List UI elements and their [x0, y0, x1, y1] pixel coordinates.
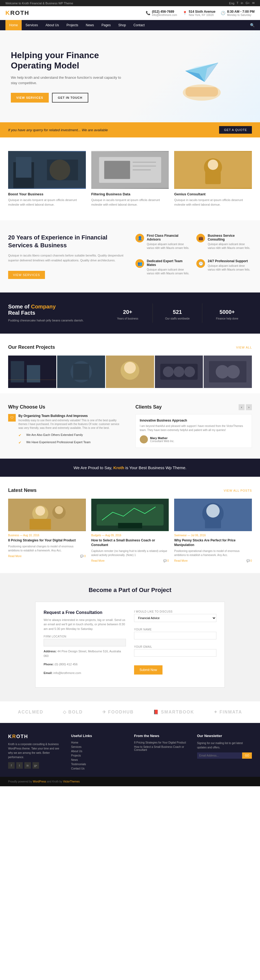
- nav-home[interactable]: Home: [5, 20, 22, 30]
- footer-news-1[interactable]: 8 Pricing Strategies for Your Digital Pr…: [134, 741, 189, 744]
- get-quote-button[interactable]: Get a Quote: [219, 126, 252, 134]
- news-grid: Business — Aug 10, 2016 8 Pricing Strate…: [8, 499, 252, 562]
- discuss-label: I would like to discuss: [134, 610, 216, 613]
- footer-news-2[interactable]: How to Select a Small Business Coach or …: [134, 745, 189, 751]
- boost-business-image: [8, 151, 86, 189]
- testimonial-next[interactable]: ›: [246, 404, 252, 410]
- footer-links: Home Services About Us Projects News Tes…: [71, 741, 126, 770]
- nav-services[interactable]: Services: [22, 20, 42, 30]
- nav-about[interactable]: About Us: [42, 20, 62, 30]
- hero-buttons: VIEW SERVICES GET IN TOUCH: [11, 93, 124, 103]
- service-title-2: Filtering Business Data: [91, 192, 169, 196]
- news-1-image: [8, 499, 86, 531]
- exp-title-3: Dedicated Expert Team Mates: [147, 259, 191, 267]
- hero-title: Helping your Finance Operating Model: [11, 50, 124, 71]
- news-meta-2: Budgets — Aug 09, 2016: [91, 534, 169, 537]
- footer-newsletter-col: Our Newsletter Signing for our mailing l…: [197, 734, 252, 772]
- testimonial-prev[interactable]: ‹: [239, 404, 244, 410]
- footer-links-title: Useful Links: [71, 734, 126, 738]
- footer-about-col: KROTH Kroth is a corporate consulting & …: [8, 734, 63, 772]
- read-more-2[interactable]: Read More: [91, 559, 105, 562]
- svg-point-34: [174, 367, 184, 377]
- nav-projects[interactable]: Projects: [62, 20, 82, 30]
- svg-point-33: [163, 367, 173, 377]
- google-plus-icon[interactable]: g+: [32, 762, 39, 769]
- project-4-img: [155, 356, 203, 388]
- newsletter-email-input[interactable]: [197, 752, 242, 759]
- footer-link-about[interactable]: About Us: [71, 750, 126, 753]
- partner-bold: ◇ BOLD: [63, 710, 83, 714]
- footer-link-news[interactable]: News: [71, 759, 126, 761]
- footer-link-home[interactable]: Home: [71, 741, 126, 744]
- address-sub: New York, NY 10020: [189, 14, 215, 16]
- firm-location-label: FIRM LOCATION: [44, 635, 126, 638]
- svg-rect-13: [104, 161, 130, 179]
- linkedin-icon[interactable]: in: [24, 762, 31, 769]
- stat-label-finance: Finance help done: [205, 317, 249, 320]
- news-title: Latest News: [8, 488, 37, 493]
- consultant-image: [174, 151, 252, 189]
- hero-text: Helping your Finance Operating Model We …: [11, 50, 124, 103]
- discuss-select[interactable]: Financial Advice: [134, 614, 216, 622]
- news-2-image: [91, 499, 169, 531]
- site-header: KROTH 📞 (012) 456-7689 info@krothmore.co…: [0, 6, 260, 20]
- footer-newsletter-desc: Signing for our mailing list to get late…: [197, 741, 252, 750]
- submit-button[interactable]: Submit Now: [134, 665, 163, 675]
- get-in-touch-button[interactable]: GET IN TOUCH: [52, 93, 89, 103]
- newsletter-submit-button[interactable]: GO: [242, 752, 252, 759]
- nav-news[interactable]: News: [82, 20, 98, 30]
- nav-pages[interactable]: Pages: [98, 20, 115, 30]
- footer-link-contact[interactable]: Contact Us: [71, 767, 126, 770]
- site-footer: KROTH Kroth is a corporate consulting & …: [0, 723, 260, 777]
- latest-news-section: Latest News VIEW ALL POSTS Business — Au…: [0, 477, 260, 573]
- email-input[interactable]: [134, 649, 216, 657]
- reviewer: Mary Mather Consultant Web Inc.: [140, 435, 247, 444]
- site-logo[interactable]: KROTH: [5, 10, 29, 16]
- search-icon[interactable]: 🔍: [250, 23, 255, 27]
- victorthemes-link[interactable]: VictorThemes: [63, 780, 80, 783]
- consult-left: Request a Free Consultation We're always…: [44, 610, 126, 679]
- firm-location-input[interactable]: [44, 639, 126, 646]
- news-view-all[interactable]: VIEW ALL POSTS: [224, 489, 252, 492]
- partner-acclmed: ACCLMED: [18, 710, 43, 714]
- team-icon: 👥: [136, 259, 144, 268]
- facebook-icon[interactable]: f: [8, 762, 14, 769]
- name-input[interactable]: [134, 632, 216, 640]
- stat-number-staffs: 521: [155, 306, 199, 316]
- nav-contact[interactable]: Contact: [130, 20, 148, 30]
- facts-section: Some of CompanyReal Facts Pudding cheese…: [0, 293, 260, 334]
- footer-link-services[interactable]: Services: [71, 745, 126, 748]
- view-services-button[interactable]: VIEW SERVICES: [11, 93, 49, 103]
- comments-3: 💬 0: [246, 559, 252, 562]
- partners-section: ACCLMED ◇ BOLD ✈ foodhub 📕 SMARTBOOK ✦ F…: [0, 701, 260, 723]
- read-more-3[interactable]: Read More: [174, 559, 187, 562]
- footer-link-testimonials[interactable]: Testimonials: [71, 763, 126, 766]
- service-title-1: Boost Your Business: [8, 192, 86, 196]
- svg-point-19: [208, 160, 218, 170]
- stat-finance: 5000+ Finance help done: [202, 303, 252, 323]
- phone-number: (012) 456-7689: [152, 10, 177, 14]
- promo-highlight: Kroth: [113, 465, 124, 470]
- service-image-3: [174, 151, 252, 189]
- footer-link-projects[interactable]: Projects: [71, 754, 126, 757]
- service-title-3: Genius Consultant: [174, 192, 252, 196]
- footer-news-col: From the News 8 Pricing Strategies for Y…: [134, 734, 189, 772]
- projects-view-all[interactable]: VIEW ALL: [236, 346, 252, 349]
- svg-point-39: [227, 365, 240, 379]
- support-icon: 🕐: [196, 259, 205, 268]
- lang-selector[interactable]: Eng: [229, 2, 234, 5]
- filtering-data-image: [91, 151, 169, 189]
- project-image-2: [57, 356, 105, 388]
- nav-shop[interactable]: Shop: [115, 20, 130, 30]
- twitter-icon[interactable]: t: [16, 762, 23, 769]
- view-services-button-2[interactable]: View Services: [8, 271, 45, 279]
- why-choose: Why Choose Us 🛡 By Organizing Team Build…: [8, 404, 124, 448]
- svg-point-51: [206, 504, 220, 518]
- footer-links-col: Useful Links Home Services About Us Proj…: [71, 734, 126, 772]
- exp-title-1: First Class Financial Advisors: [147, 234, 191, 241]
- wordpress-link[interactable]: WordPress: [33, 780, 46, 783]
- facts-description: Pudding cheesecake halvah jelly beans ca…: [8, 318, 97, 323]
- svg-rect-52: [205, 519, 221, 528]
- read-more-1[interactable]: Read More: [8, 555, 21, 558]
- address-strong: Address:: [44, 650, 57, 653]
